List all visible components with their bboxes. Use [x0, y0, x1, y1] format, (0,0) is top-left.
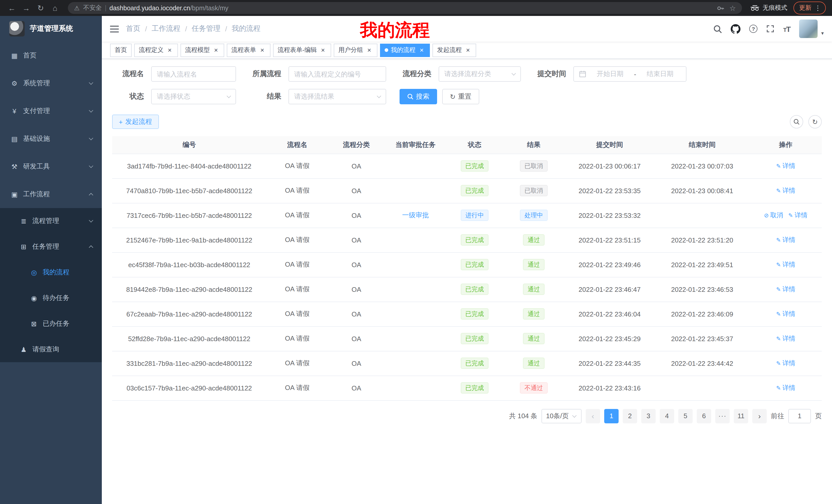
- detail-link[interactable]: ✎详情: [776, 384, 795, 392]
- sidebar-item[interactable]: ≣流程管理: [0, 208, 102, 234]
- page-button[interactable]: 4: [660, 409, 674, 423]
- detail-link[interactable]: ✎详情: [776, 186, 795, 195]
- status-select[interactable]: 请选择状态: [151, 89, 236, 104]
- sidebar-item[interactable]: ⚒研发工具: [0, 152, 102, 180]
- hide-search-button[interactable]: [790, 115, 803, 129]
- close-icon[interactable]: ×: [418, 47, 425, 54]
- tab-item[interactable]: 发起流程×: [433, 44, 476, 57]
- cell-id: 331bc281-7b9a-11ec-a290-acde48001122: [112, 351, 266, 375]
- page-button[interactable]: 11: [734, 409, 748, 423]
- search-button[interactable]: 搜索: [399, 89, 437, 104]
- close-icon[interactable]: ×: [259, 47, 266, 54]
- result-select[interactable]: 请选择流结果: [288, 89, 386, 104]
- browser-home-icon[interactable]: ⌂: [48, 2, 62, 14]
- pagination-prev[interactable]: ‹: [586, 409, 600, 423]
- key-icon[interactable]: [717, 4, 724, 11]
- process-definition-input[interactable]: [288, 66, 386, 82]
- page-size-select[interactable]: 10条/页: [542, 409, 581, 423]
- sidebar-item[interactable]: ♟请假查询: [0, 337, 102, 362]
- app-logo[interactable]: 芋道管理系统: [0, 16, 102, 41]
- refresh-table-button[interactable]: ↻: [808, 115, 822, 129]
- sidebar-item[interactable]: ⚙系统管理: [0, 69, 102, 97]
- reload-icon[interactable]: ↻: [34, 2, 47, 14]
- close-icon[interactable]: ×: [366, 47, 373, 54]
- breadcrumb-item[interactable]: 任务管理: [192, 24, 220, 33]
- column-header: 状态: [446, 136, 503, 153]
- github-icon[interactable]: [731, 24, 740, 34]
- annotation-text: 我的流程: [360, 19, 430, 42]
- tab-item[interactable]: 我的流程×: [380, 44, 430, 57]
- magnifier-icon: [794, 119, 800, 125]
- result-badge: 处理中: [520, 209, 548, 221]
- close-icon[interactable]: ×: [166, 47, 173, 54]
- page-button[interactable]: 5: [678, 409, 693, 423]
- pagination-more[interactable]: ···: [715, 409, 730, 423]
- page-button[interactable]: 3: [641, 409, 656, 423]
- detail-link[interactable]: ✎详情: [788, 211, 807, 220]
- table-row: 03c6c157-7b9a-11ec-a290-acde48001122OA 请…: [112, 375, 822, 400]
- reset-button[interactable]: ↻ 重置: [442, 89, 479, 104]
- date-range-picker[interactable]: 开始日期 - 结束日期: [573, 66, 686, 82]
- back-icon[interactable]: ←: [5, 2, 19, 14]
- cell-name: OA 请假: [266, 375, 328, 400]
- page-button[interactable]: 2: [623, 409, 637, 423]
- tab-item[interactable]: 流程表单×: [227, 44, 270, 57]
- detail-link[interactable]: ✎详情: [776, 334, 795, 343]
- goto-page-input[interactable]: [788, 409, 811, 423]
- address-bar[interactable]: ⚠ 不安全 dashboard.yudao.iocoder.cn/bpm/tas…: [68, 2, 742, 14]
- hamburger-icon[interactable]: [110, 25, 119, 33]
- sidebar-item[interactable]: ◎我的流程: [0, 259, 102, 285]
- menu-dots-icon[interactable]: ⋮: [814, 5, 821, 11]
- update-button[interactable]: 更新 ⋮: [794, 2, 826, 15]
- tab-item[interactable]: 首页: [110, 44, 132, 57]
- sidebar-item[interactable]: ▦首页: [0, 41, 102, 69]
- sidebar-item[interactable]: ◉待办任务: [0, 285, 102, 311]
- pagination-next[interactable]: ›: [752, 409, 767, 423]
- sidebar-item[interactable]: ¥支付管理: [0, 97, 102, 125]
- detail-link[interactable]: ✎详情: [776, 235, 795, 244]
- tools-icon: ⚒: [10, 163, 19, 170]
- sidebar-item[interactable]: ⊞任务管理: [0, 234, 102, 259]
- help-icon[interactable]: ?: [749, 25, 757, 33]
- start-process-label: 发起流程: [125, 117, 152, 127]
- font-size-icon[interactable]: TT: [783, 24, 790, 33]
- detail-link[interactable]: ✎详情: [776, 359, 795, 368]
- process-name-input[interactable]: [151, 66, 236, 82]
- detail-link[interactable]: ✎详情: [776, 310, 795, 318]
- breadcrumb: 首页/工作流程/任务管理/我的流程: [126, 24, 260, 33]
- cell-category: OA: [328, 228, 385, 252]
- sidebar-item[interactable]: ⊠已办任务: [0, 311, 102, 337]
- forward-icon[interactable]: →: [20, 2, 33, 14]
- page-button[interactable]: 1: [604, 409, 619, 423]
- column-header: 流程分类: [328, 136, 385, 153]
- process-manage-icon: ≣: [20, 217, 28, 225]
- page-button[interactable]: 6: [697, 409, 711, 423]
- search-icon[interactable]: [713, 24, 722, 33]
- result-label: 结果: [250, 92, 281, 101]
- tab-item[interactable]: 流程定义×: [134, 44, 178, 57]
- detail-link[interactable]: ✎详情: [776, 285, 795, 293]
- close-icon[interactable]: ×: [464, 47, 471, 54]
- tab-item[interactable]: 用户分组×: [334, 44, 378, 57]
- tab-item[interactable]: 流程表单-编辑×: [273, 44, 331, 57]
- category-select[interactable]: 请选择流程分类: [439, 66, 521, 82]
- avatar[interactable]: [799, 20, 817, 38]
- app-title: 芋道管理系统: [30, 24, 73, 33]
- result-badge: 已取消: [520, 185, 548, 196]
- bookmark-star-icon[interactable]: ☆: [729, 4, 736, 12]
- close-icon[interactable]: ×: [319, 47, 327, 54]
- tab-item[interactable]: 流程模型×: [181, 44, 224, 57]
- fullscreen-icon[interactable]: [766, 25, 774, 33]
- cancel-link[interactable]: ⊘取消: [764, 211, 783, 220]
- detail-link[interactable]: ✎详情: [776, 162, 795, 170]
- close-icon[interactable]: ×: [212, 47, 219, 54]
- breadcrumb-item[interactable]: 首页: [126, 24, 140, 33]
- breadcrumb-item[interactable]: 工作流程: [152, 24, 181, 33]
- detail-link[interactable]: ✎详情: [776, 260, 795, 269]
- start-process-button[interactable]: + 发起流程: [112, 115, 159, 129]
- current-task-link[interactable]: 一级审批: [402, 211, 429, 219]
- breadcrumb-separator: /: [145, 25, 147, 33]
- sidebar-item[interactable]: ▤基础设施: [0, 125, 102, 152]
- sidebar-item[interactable]: ▣工作流程: [0, 180, 102, 208]
- divider: [105, 5, 106, 11]
